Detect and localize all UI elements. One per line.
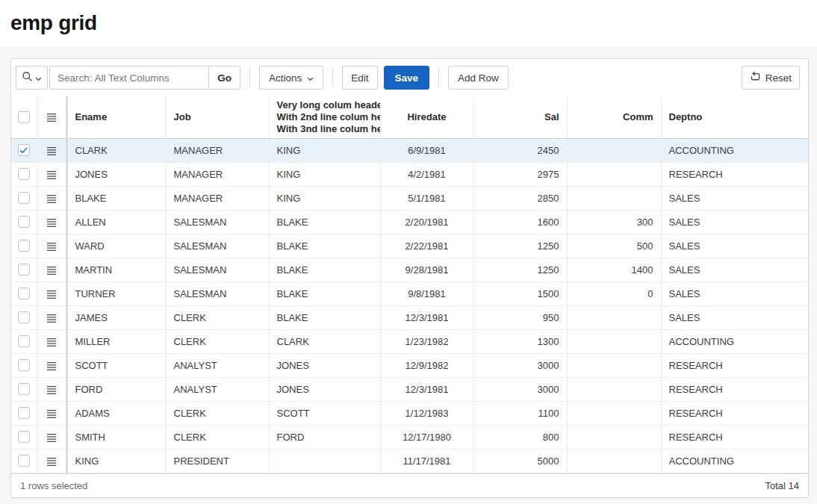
cell-mgr[interactable]: KING — [269, 186, 380, 210]
cell-comm[interactable] — [567, 305, 661, 329]
cell-deptno[interactable]: RESEARCH — [661, 401, 808, 425]
cell-mgr[interactable]: KING — [269, 138, 380, 162]
column-header-deptno[interactable]: Deptno — [661, 96, 808, 138]
cell-ename[interactable]: TURNER — [66, 281, 166, 305]
search-options-button[interactable] — [16, 66, 48, 90]
cell-mgr[interactable]: BLAKE — [269, 258, 380, 281]
column-header-mgr[interactable]: Very long colum header With 2nd line col… — [269, 96, 380, 138]
row-checkbox[interactable] — [18, 431, 30, 443]
save-button[interactable]: Save — [384, 66, 430, 90]
cell-job[interactable]: MANAGER — [166, 138, 269, 162]
column-header-job[interactable]: Job — [166, 96, 269, 138]
cell-deptno[interactable]: SALES — [661, 186, 808, 210]
cell-sal[interactable]: 3000 — [473, 377, 567, 401]
cell-deptno[interactable]: ACCOUNTING — [661, 138, 808, 162]
cell-comm[interactable]: 0 — [567, 281, 661, 305]
cell-comm[interactable]: 300 — [567, 210, 661, 234]
column-header-ename[interactable]: Ename — [66, 96, 166, 138]
cell-job[interactable]: CLERK — [166, 329, 269, 353]
cell-sal[interactable]: 1250 — [473, 234, 567, 258]
row-menu-icon[interactable] — [46, 361, 57, 371]
cell-comm[interactable] — [567, 401, 661, 425]
column-header-hiredate[interactable]: Hiredate — [380, 96, 473, 138]
cell-sal[interactable]: 2975 — [473, 162, 567, 186]
cell-hiredate[interactable]: 5/1/1981 — [380, 186, 473, 210]
row-menu-icon[interactable] — [46, 146, 57, 156]
cell-job[interactable]: SALESMAN — [166, 281, 269, 305]
cell-comm[interactable] — [567, 186, 661, 210]
cell-mgr[interactable]: BLAKE — [269, 234, 380, 258]
cell-job[interactable]: ANALYST — [166, 377, 269, 401]
row-menu-icon[interactable] — [46, 218, 57, 228]
add-row-button[interactable]: Add Row — [448, 66, 509, 90]
cell-job[interactable]: ANALYST — [166, 353, 269, 377]
row-menu-icon[interactable] — [46, 194, 57, 204]
cell-deptno[interactable]: SALES — [661, 258, 808, 281]
cell-mgr[interactable]: BLAKE — [269, 281, 380, 305]
cell-comm[interactable] — [567, 138, 661, 162]
cell-ename[interactable]: SMITH — [66, 425, 166, 449]
cell-deptno[interactable]: RESEARCH — [661, 377, 808, 401]
hamburger-menu-icon[interactable] — [46, 113, 57, 122]
cell-hiredate[interactable]: 12/17/1980 — [380, 425, 473, 449]
cell-sal[interactable]: 1300 — [473, 329, 567, 353]
go-button[interactable]: Go — [208, 66, 240, 89]
cell-job[interactable]: MANAGER — [166, 162, 269, 186]
cell-ename[interactable]: FORD — [66, 377, 166, 401]
cell-comm[interactable] — [567, 425, 661, 449]
cell-comm[interactable] — [567, 162, 661, 186]
row-menu-icon[interactable] — [46, 457, 57, 467]
row-menu-icon[interactable] — [46, 242, 57, 252]
row-checkbox[interactable] — [18, 407, 30, 419]
cell-comm[interactable] — [567, 329, 661, 353]
cell-mgr[interactable]: FORD — [269, 425, 380, 449]
cell-sal[interactable]: 2850 — [473, 186, 567, 210]
cell-hiredate[interactable]: 12/9/1982 — [380, 353, 473, 377]
cell-mgr[interactable]: CLARK — [269, 329, 380, 353]
row-checkbox[interactable] — [18, 192, 30, 204]
cell-sal[interactable]: 800 — [473, 425, 567, 449]
cell-comm[interactable]: 1400 — [567, 258, 661, 281]
cell-ename[interactable]: MILLER — [66, 329, 166, 353]
cell-ename[interactable]: ADAMS — [66, 401, 166, 425]
cell-deptno[interactable]: ACCOUNTING — [661, 329, 808, 353]
cell-sal[interactable]: 950 — [473, 305, 567, 329]
column-header-comm[interactable]: Comm — [567, 96, 661, 138]
cell-sal[interactable]: 1250 — [473, 258, 567, 281]
cell-ename[interactable]: KING — [66, 449, 166, 473]
cell-deptno[interactable]: SALES — [661, 210, 808, 234]
cell-ename[interactable]: JONES — [66, 162, 166, 186]
cell-deptno[interactable]: RESEARCH — [661, 162, 808, 186]
cell-ename[interactable]: CLARK — [66, 138, 166, 162]
cell-hiredate[interactable]: 12/3/1981 — [380, 377, 473, 401]
cell-hiredate[interactable]: 4/2/1981 — [380, 162, 473, 186]
row-menu-icon[interactable] — [46, 290, 57, 299]
row-menu-icon[interactable] — [46, 170, 57, 180]
cell-hiredate[interactable]: 1/12/1983 — [380, 401, 473, 425]
cell-sal[interactable]: 5000 — [473, 449, 567, 473]
cell-mgr[interactable]: BLAKE — [269, 305, 380, 329]
cell-ename[interactable]: WARD — [66, 234, 166, 258]
cell-job[interactable]: CLERK — [166, 305, 269, 329]
cell-comm[interactable] — [567, 449, 661, 473]
row-checkbox[interactable] — [18, 359, 30, 371]
cell-hiredate[interactable]: 2/20/1981 — [380, 210, 473, 234]
reset-button[interactable]: Reset — [742, 66, 800, 90]
cell-mgr[interactable] — [269, 449, 380, 473]
cell-job[interactable]: CLERK — [166, 425, 269, 449]
cell-job[interactable]: SALESMAN — [166, 210, 269, 234]
cell-hiredate[interactable]: 2/22/1981 — [380, 234, 473, 258]
row-checkbox[interactable] — [18, 455, 30, 467]
cell-mgr[interactable]: JONES — [269, 377, 380, 401]
row-checkbox[interactable] — [18, 216, 30, 228]
row-menu-icon[interactable] — [46, 433, 57, 443]
cell-comm[interactable]: 500 — [567, 234, 661, 258]
select-all-checkbox[interactable] — [18, 111, 30, 123]
cell-hiredate[interactable]: 12/3/1981 — [380, 305, 473, 329]
cell-mgr[interactable]: SCOTT — [269, 401, 380, 425]
row-checkbox[interactable] — [18, 287, 30, 299]
cell-deptno[interactable]: ACCOUNTING — [661, 449, 808, 473]
row-menu-icon[interactable] — [46, 266, 57, 276]
cell-job[interactable]: MANAGER — [166, 186, 269, 210]
row-menu-icon[interactable] — [46, 337, 57, 347]
